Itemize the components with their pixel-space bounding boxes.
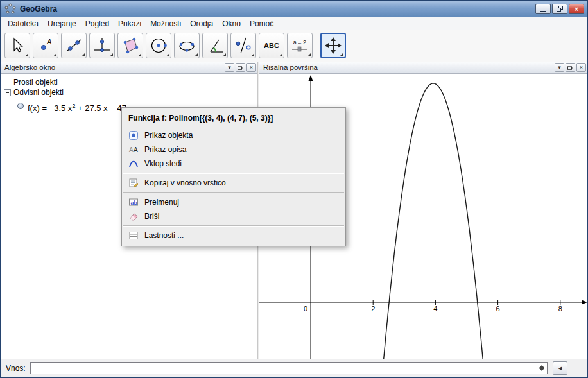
svg-text:6: 6	[496, 305, 500, 313]
tool-line-two-points[interactable]	[61, 33, 87, 58]
detach-icon	[567, 65, 573, 70]
graphics-panel-menu-button[interactable]: ▾	[555, 63, 564, 72]
properties-icon	[128, 230, 139, 241]
minimize-button[interactable]	[535, 4, 551, 14]
input-help-toggle-button[interactable]: ◂	[553, 361, 567, 375]
context-menu-item-trace[interactable]: Vklop sledi	[122, 157, 345, 171]
restore-button[interactable]	[552, 4, 567, 14]
move-cursor-icon	[8, 36, 27, 55]
algebra-panel-detach-button[interactable]	[236, 63, 245, 72]
tool-move-graphics-view[interactable]	[320, 33, 346, 58]
menu-orodja[interactable]: Orodja	[186, 18, 218, 30]
tool-dropdown-indicator[interactable]	[25, 53, 28, 56]
x-axis-arrow	[582, 300, 587, 305]
tool-buttons: A	[4, 33, 349, 58]
context-menu-item-show-label[interactable]: A A Prikaz opisa	[122, 142, 345, 157]
context-menu-item-delete[interactable]: Briši	[122, 209, 345, 223]
menu-datoteka[interactable]: Datoteka	[3, 18, 43, 30]
show-object-icon	[128, 130, 139, 141]
title-bar[interactable]: GeoGebra ×	[1, 1, 587, 17]
text-tool-icon: ABC	[264, 42, 279, 49]
tool-text[interactable]: ABC	[259, 33, 284, 58]
context-menu-title: Funkcija f: Polinom[{(3, 4), (4, 7), (5,…	[122, 108, 345, 128]
tool-angle[interactable]	[202, 33, 228, 58]
perpendicular-line-icon	[92, 36, 112, 55]
tool-circle-center-point[interactable]	[146, 33, 171, 58]
menu-pogled[interactable]: Pogled	[81, 18, 114, 30]
svg-text:0: 0	[304, 305, 307, 313]
algebra-panel-close-button[interactable]: ×	[246, 63, 256, 72]
tool-dropdown-indicator[interactable]	[138, 53, 141, 56]
y-axis-arrow	[309, 75, 313, 81]
collapse-icon[interactable]	[4, 89, 11, 96]
tool-dropdown-indicator[interactable]	[251, 53, 254, 56]
input-history-dropdown[interactable]	[537, 364, 546, 372]
svg-text:A: A	[134, 146, 138, 153]
context-menu-separator	[123, 225, 344, 227]
tool-conic[interactable]	[174, 33, 200, 58]
tool-dropdown-indicator[interactable]	[82, 53, 85, 56]
slider-tool-icon: a = 2	[291, 39, 308, 52]
context-menu-item-properties[interactable]: Lastnosti ...	[122, 228, 345, 243]
context-menu: Funkcija f: Polinom[{(3, 4), (4, 7), (5,…	[121, 107, 346, 246]
context-menu-item-rename[interactable]: ab Preimenuj	[122, 195, 345, 209]
context-menu-separator	[123, 173, 344, 174]
input-bar: Vnos: ◂	[1, 359, 587, 377]
command-input-wrap	[30, 362, 548, 374]
close-button[interactable]: ×	[569, 4, 584, 14]
graphics-panel-close-button[interactable]: ×	[576, 63, 586, 72]
input-label: Vnos:	[6, 364, 26, 373]
tool-dropdown-indicator[interactable]	[340, 53, 343, 56]
mirror-icon	[234, 36, 253, 55]
tool-dropdown-indicator[interactable]	[223, 53, 226, 56]
algebra-panel-menu-button[interactable]: ▾	[225, 63, 234, 72]
graphics-panel-title: Risalna površina	[263, 64, 318, 71]
algebra-panel-title: Algebrsko okno	[4, 64, 55, 71]
tool-dropdown-indicator[interactable]	[307, 53, 311, 56]
tree-node-dependent-objects[interactable]: Odvisni objekti	[3, 87, 257, 98]
polygon-icon	[121, 36, 140, 55]
restore-icon	[557, 6, 564, 12]
copy-to-input-icon	[128, 178, 139, 188]
menu-urejanje[interactable]: Urejanje	[43, 18, 81, 30]
tool-perpendicular-line[interactable]	[89, 33, 115, 58]
toolbar: A	[1, 30, 587, 62]
context-menu-item-copy-to-input[interactable]: Kopiraj v vnosno vrstico	[122, 176, 345, 190]
menu-okno[interactable]: Okno	[218, 18, 245, 30]
detach-icon	[238, 65, 243, 70]
svg-text:A: A	[129, 146, 134, 153]
tool-polygon[interactable]	[117, 33, 143, 58]
ellipse-icon	[177, 36, 196, 55]
context-menu-item-show-object[interactable]: Prikaz objekta	[122, 128, 345, 142]
minimize-icon	[540, 11, 546, 12]
arrow-up-icon	[539, 365, 544, 368]
tool-dropdown-indicator[interactable]	[110, 53, 113, 56]
svg-text:8: 8	[558, 305, 562, 313]
svg-text:4: 4	[433, 305, 437, 313]
tool-new-point[interactable]: A	[33, 33, 58, 58]
tool-mirror[interactable]	[230, 33, 256, 58]
tree-node-free-objects[interactable]: Prosti objekti	[3, 77, 257, 87]
tool-dropdown-indicator[interactable]	[279, 53, 282, 56]
command-input[interactable]	[31, 363, 537, 374]
tool-slider[interactable]: a = 2	[287, 33, 313, 58]
tool-dropdown-indicator[interactable]	[166, 53, 169, 56]
menu-pomoc[interactable]: Pomoč	[245, 18, 278, 30]
menu-moznosti[interactable]: Možnosti	[146, 18, 186, 30]
tool-move[interactable]	[4, 33, 30, 58]
geogebra-window: GeoGebra × Datoteka Urejanje Pogled Prik…	[0, 0, 588, 378]
tool-dropdown-indicator[interactable]	[195, 53, 198, 56]
tool-dropdown-indicator[interactable]	[53, 53, 56, 56]
delete-icon	[128, 211, 139, 221]
geogebra-logo-icon[interactable]	[4, 3, 16, 15]
graphics-panel-detach-button[interactable]	[566, 63, 575, 72]
window-controls: ×	[535, 4, 584, 14]
svg-text:A: A	[46, 38, 51, 46]
svg-text:2: 2	[371, 305, 375, 313]
menu-prikazi[interactable]: Prikazi	[114, 18, 146, 30]
function-formula: f(x) = −3.5 x2 + 27.5 x − 47	[28, 103, 126, 113]
show-label-icon: A A	[128, 144, 139, 155]
new-point-icon: A	[36, 36, 55, 55]
object-visibility-dot-icon[interactable]	[17, 103, 24, 109]
window-title: GeoGebra	[20, 4, 57, 13]
